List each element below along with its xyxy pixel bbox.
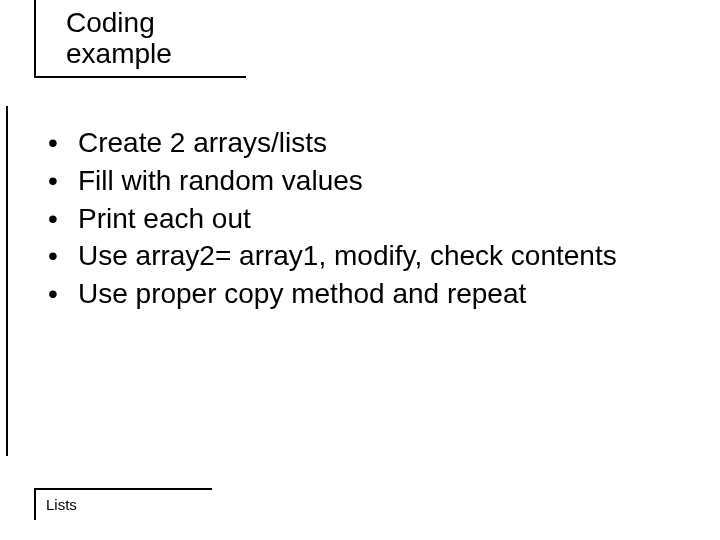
- list-item: Use array2= array1, modify, check conten…: [44, 237, 690, 275]
- footer-label: Lists: [46, 496, 212, 513]
- list-item: Use proper copy method and repeat: [44, 275, 690, 313]
- slide-title: Coding example: [66, 8, 246, 70]
- list-item: Create 2 arrays/lists: [44, 124, 690, 162]
- footer-container: Lists: [34, 488, 212, 520]
- list-item: Print each out: [44, 200, 690, 238]
- vertical-rule: [6, 106, 8, 456]
- bullet-text: Fill with random values: [78, 165, 363, 196]
- bullet-text: Print each out: [78, 203, 251, 234]
- bullet-text: Use array2= array1, modify, check conten…: [78, 240, 617, 271]
- title-line-2: example: [66, 38, 172, 69]
- list-item: Fill with random values: [44, 162, 690, 200]
- bullet-text: Use proper copy method and repeat: [78, 278, 526, 309]
- title-container: Coding example: [34, 0, 246, 78]
- bullet-text: Create 2 arrays/lists: [78, 127, 327, 158]
- bullet-list: Create 2 arrays/lists Fill with random v…: [44, 124, 690, 313]
- title-line-1: Coding: [66, 7, 155, 38]
- content-area: Create 2 arrays/lists Fill with random v…: [44, 124, 690, 313]
